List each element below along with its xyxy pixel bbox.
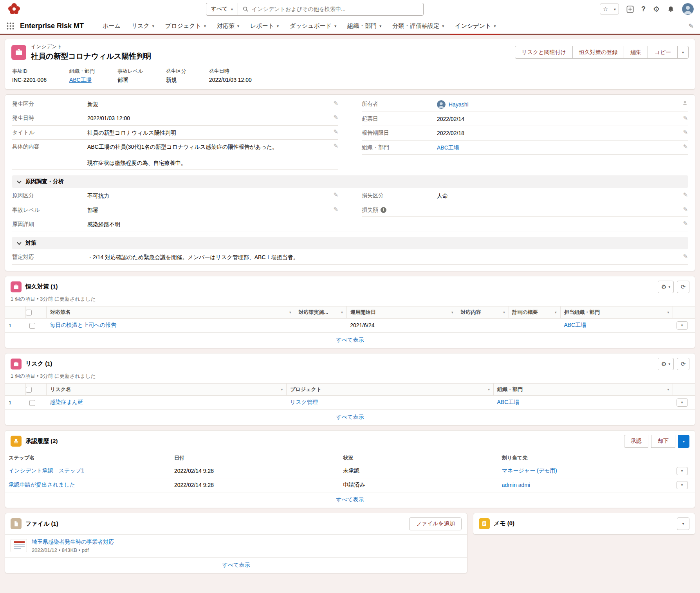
view-all-link[interactable]: すべて表示 [222,562,250,568]
column-header[interactable]: プロジェクト▾ [287,383,494,395]
edit-pencil-icon[interactable]: ✎ [333,129,338,135]
select-all-checkbox[interactable] [26,310,32,315]
risk-name-link[interactable]: 感染症まん延 [50,399,83,405]
edit-pencil-icon[interactable]: ✎ [683,253,688,259]
edit-pencil-icon[interactable]: ✎ [683,206,688,212]
edit-pencil-icon[interactable]: ✎ [683,144,688,150]
view-all-link[interactable]: すべて表示 [336,414,364,420]
highlight-occurrence-type: 発生区分 新規 [166,68,186,84]
organization-link[interactable]: ABC工場 [564,322,586,328]
owner-link[interactable]: Hayashi [449,101,469,108]
column-header[interactable]: 運用開始日▾ [346,306,457,318]
organization-link[interactable]: ABC工場 [497,399,519,405]
tab-risk[interactable]: リスク▾ [126,18,160,34]
row-actions-button[interactable]: ▾ [677,467,688,475]
organization-link[interactable]: ABC工場 [69,77,92,83]
select-all-checkbox[interactable] [26,387,32,393]
edit-pencil-icon[interactable]: ✎ [333,114,338,120]
refresh-button[interactable]: ⟳ [677,281,689,293]
field-row: 起票日 2022/02/14 ✎ [362,112,688,126]
chevron-down-icon[interactable]: ▾ [277,24,279,28]
more-actions-button[interactable]: ▾ [677,46,689,59]
view-all-link[interactable]: すべて表示 [336,337,364,343]
chevron-down-icon[interactable]: ▾ [152,24,154,28]
permanent-measure-object-icon [11,281,22,292]
row-checkbox[interactable] [29,323,35,329]
edit-pencil-icon[interactable]: ✎ [683,192,688,198]
approve-button[interactable]: 承認 [624,435,648,448]
tab-incident[interactable]: インシデント▾ [449,18,501,34]
favorites-chevron-icon[interactable]: ▾ [611,4,619,14]
assignee-link[interactable]: マネージャー (デモ用) [502,467,557,474]
column-header[interactable]: 担当組織・部門▾ [560,306,673,318]
tab-home[interactable]: ホーム [97,18,126,34]
chevron-down-icon[interactable]: ▾ [334,24,336,28]
relate-risk-button[interactable]: リスクと関連付け [515,46,573,59]
global-header: すべて ▾ ☆ ▾ ? ⚙ [0,0,700,18]
chevron-down-icon[interactable]: ▾ [237,24,239,28]
change-owner-icon[interactable] [682,100,688,107]
column-header[interactable]: 組織・部門▾ [493,383,673,395]
column-header[interactable]: 対応策名▾ [47,306,295,318]
edit-button[interactable]: 編集 [624,46,648,59]
tab-project[interactable]: プロジェクト▾ [160,18,211,34]
file-list-item[interactable]: 埼玉県感染者発生時の事業者対応 2022/01/12 • 843KB • pdf [5,534,467,557]
nav-edit-pencil-icon[interactable]: ✎ [689,18,694,34]
tab-organization[interactable]: 組織・部門▾ [342,18,387,34]
tab-dashboard[interactable]: ダッシュボード▾ [284,18,342,34]
copy-button[interactable]: コピー [648,46,678,59]
favorite-star-icon[interactable]: ☆ [600,4,611,14]
tab-report[interactable]: レポート▾ [245,18,284,34]
edit-pencil-icon[interactable]: ✎ [333,143,338,149]
help-icon[interactable]: ? [641,5,646,13]
edit-pencil-icon[interactable]: ✎ [333,206,338,212]
tab-countermeasure[interactable]: 対応策▾ [211,18,245,34]
chevron-down-icon[interactable]: ▾ [442,24,444,28]
section-cause-analysis[interactable]: 原因調査・分析 [12,175,688,188]
register-permanent-measure-button[interactable]: 恒久対策の登録 [572,46,624,59]
search-input[interactable] [252,6,423,12]
approval-step-link[interactable]: インシデント承認 ステップ1 [9,467,84,474]
row-checkbox[interactable] [29,400,35,406]
column-header[interactable]: 対応策実施...▾ [295,306,346,318]
chevron-down-icon [17,179,21,183]
edit-pencil-icon[interactable]: ✎ [683,220,688,226]
column-header[interactable]: 対応内容▾ [457,306,509,318]
edit-pencil-icon[interactable]: ✎ [333,192,338,198]
chevron-down-icon: ▾ [668,285,670,289]
row-actions-button[interactable]: ▾ [677,321,688,330]
section-countermeasure[interactable]: 対策 [12,237,688,249]
app-launcher-icon[interactable] [6,18,14,34]
edit-pencil-icon[interactable]: ✎ [683,129,688,135]
add-file-button[interactable]: ファイルを追加 [409,517,462,530]
project-link[interactable]: リスク管理 [290,399,318,405]
chevron-down-icon[interactable]: ▾ [204,24,206,28]
column-header[interactable]: 計画の概要▾ [509,306,560,318]
reject-button[interactable]: 却下 [651,435,675,448]
edit-pencil-icon[interactable]: ✎ [333,100,338,106]
tab-classification-settings[interactable]: 分類・評価軸設定▾ [387,18,449,34]
info-icon[interactable]: i [381,207,386,213]
chevron-down-icon[interactable]: ▾ [379,24,381,28]
view-all-link[interactable]: すべて表示 [336,496,364,503]
search-scope-selector[interactable]: すべて ▾ [206,3,238,15]
setup-gear-icon[interactable]: ⚙ [653,5,660,14]
refresh-button[interactable]: ⟳ [677,358,689,370]
measure-name-link[interactable]: 毎日の検温と上司への報告 [50,322,116,328]
edit-pencil-icon[interactable]: ✎ [683,115,688,121]
approval-step-link[interactable]: 承認申請が提出されました [9,481,75,488]
user-avatar[interactable] [682,3,694,15]
list-settings-gear-button[interactable]: ⚙▾ [658,358,674,370]
row-actions-button[interactable]: ▾ [677,398,688,407]
notifications-bell-icon[interactable] [667,5,675,13]
list-settings-gear-button[interactable]: ⚙▾ [658,281,674,293]
column-header[interactable]: リスク名▾ [47,383,287,395]
file-name-link[interactable]: 埼玉県感染者発生時の事業者対応 [32,539,114,545]
row-actions-button[interactable]: ▾ [677,481,688,489]
assignee-link[interactable]: admin admi [502,482,530,488]
organization-link[interactable]: ABC工場 [437,144,459,151]
approval-more-actions-button[interactable]: ▾ [678,435,689,448]
quick-add-icon[interactable] [626,5,634,13]
chevron-down-icon[interactable]: ▾ [494,24,496,28]
notes-more-actions-button[interactable]: ▾ [677,517,689,530]
